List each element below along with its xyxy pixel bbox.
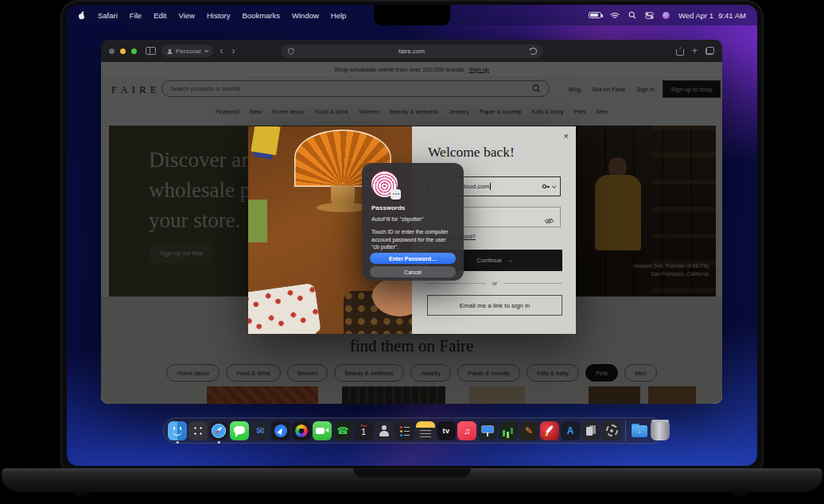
profile-name: Personal [176, 48, 201, 55]
dock-settings-icon[interactable] [602, 421, 621, 440]
window-minimize-button[interactable] [120, 48, 126, 54]
dock-rocket-icon[interactable] [540, 421, 559, 440]
reload-icon[interactable] [530, 48, 537, 55]
dock-mail-icon[interactable]: ✉ [251, 421, 270, 440]
wifi-icon[interactable] [610, 12, 620, 19]
dock-appstore-icon[interactable]: A [561, 421, 580, 440]
dock-maps-icon[interactable] [271, 421, 290, 440]
dock-glyph: ✉ [251, 421, 270, 440]
modal-title: Welcome back! [428, 144, 515, 161]
dock-separator-icon[interactable] [625, 421, 626, 441]
dock-glyph [651, 421, 670, 440]
macbook-foot [732, 491, 748, 496]
dock-notes-icon[interactable] [416, 421, 435, 440]
dock-glyph: A [561, 421, 580, 440]
sidebar-toggle-icon[interactable] [146, 47, 156, 55]
control-center-icon[interactable] [645, 12, 654, 19]
passwords-app-icon [391, 189, 401, 200]
dock-glyph: ♫ [457, 421, 476, 440]
chevron-down-icon [204, 48, 208, 52]
dock-numbers-icon[interactable] [499, 421, 518, 440]
address-bar[interactable]: faire.com [281, 45, 543, 58]
dock-glyph [602, 421, 621, 440]
show-password-eye-icon[interactable] [544, 214, 554, 228]
menubar-menu[interactable]: Window [292, 11, 319, 20]
dock-messages-icon[interactable] [230, 421, 249, 440]
dock-launchpad-icon[interactable] [189, 421, 208, 440]
safari-toolbar: Personal ‹ › faire.com + [101, 40, 722, 62]
dialog-body-text: Touch ID or enter the computer account p… [371, 228, 455, 251]
running-indicator [218, 441, 220, 444]
apple-logo-icon[interactable] [78, 11, 86, 20]
dock-finder-icon[interactable] [168, 421, 187, 440]
dock-tv-icon[interactable]: tv [437, 421, 456, 440]
dock-glyph: ☎ [333, 421, 352, 440]
macbook-foot [73, 491, 89, 496]
dock-preview-icon[interactable] [581, 421, 601, 440]
dock-glyph [375, 421, 394, 440]
dock-glyph [292, 421, 311, 440]
desktop-wallpaper: SafariFileEditViewHistoryBookmarksWindow… [67, 5, 757, 466]
photo-yellow-pack [251, 126, 280, 155]
lid-lift-notch [353, 468, 471, 478]
autofill-key-icon[interactable] [542, 182, 555, 191]
dock-glyph [230, 421, 249, 440]
menubar-menu[interactable]: History [207, 11, 231, 20]
camera-notch [374, 5, 450, 25]
dock-glyph [499, 421, 518, 440]
forward-button[interactable]: › [231, 46, 237, 56]
menu-bar-clock[interactable]: Wed Apr 1 9:41 AM [678, 11, 746, 20]
cancel-button[interactable]: Cancel [370, 266, 456, 277]
enter-password-button[interactable]: Enter Password… [370, 253, 456, 264]
menubar-menu[interactable]: Edit [154, 11, 166, 20]
email-value: loud.com [464, 183, 491, 190]
dock-glyph [168, 421, 187, 440]
battery-icon[interactable] [589, 12, 601, 18]
photo-green-box [248, 200, 267, 242]
dock-contacts-icon[interactable] [375, 421, 394, 440]
new-tab-icon[interactable]: + [692, 46, 698, 56]
dock-glyph [354, 421, 373, 440]
dock-photos-icon[interactable] [292, 421, 311, 440]
menubar-menu[interactable]: File [130, 11, 142, 20]
dock-glyph [271, 421, 290, 440]
dock-glyph [630, 421, 649, 440]
spotlight-search-icon[interactable] [628, 11, 636, 19]
faire-page: Shop wholesale online from over 100,000 … [101, 62, 722, 404]
dock-downloads-icon[interactable] [630, 421, 649, 440]
menubar-menu[interactable]: Help [331, 11, 347, 20]
menubar-menu[interactable]: Bookmarks [243, 11, 281, 20]
dock-music-icon[interactable]: ♫ [457, 421, 476, 440]
dock-calendar-icon[interactable] [354, 421, 373, 440]
dock-keynote-icon[interactable] [478, 421, 497, 440]
macbook-mockup: SafariFileEditViewHistoryBookmarksWindow… [0, 0, 824, 504]
dock-facetime-icon[interactable] [313, 421, 332, 440]
dock-glyph [478, 421, 497, 440]
siri-icon[interactable] [663, 12, 670, 19]
tab-overview-icon[interactable] [705, 47, 714, 55]
dock-pages-icon[interactable]: ✎ [519, 421, 538, 440]
share-icon[interactable] [676, 47, 684, 56]
dock-glyph [416, 421, 435, 440]
window-zoom-button[interactable] [131, 48, 137, 54]
menubar-menu[interactable]: View [179, 11, 195, 20]
dock-glyph: ✎ [519, 421, 538, 440]
email-link-button[interactable]: Email me a link to sign in [427, 295, 562, 316]
dock-phone-icon[interactable]: ☎ [333, 421, 352, 440]
or-divider: or [427, 281, 562, 286]
dock-glyph [540, 421, 559, 440]
profile-switcher[interactable]: Personal [161, 45, 213, 57]
chevron-down-icon [552, 184, 557, 188]
back-button[interactable]: ‹ [219, 46, 225, 56]
dock-safari-icon[interactable] [209, 421, 228, 440]
dock-reminders-icon[interactable] [395, 421, 414, 440]
photo-fabric [248, 283, 321, 334]
dialog-autofill-line: AutoFill for "cbpotter" [371, 216, 424, 222]
dock-trash-icon[interactable] [651, 421, 670, 440]
menu-bar-time: 9:41 AM [718, 11, 746, 20]
privacy-shield-icon[interactable] [288, 48, 294, 56]
menubar-menu[interactable]: Safari [98, 11, 118, 20]
close-icon[interactable]: × [564, 132, 569, 141]
dock-glyph [209, 421, 228, 440]
window-close-button[interactable] [109, 48, 115, 54]
